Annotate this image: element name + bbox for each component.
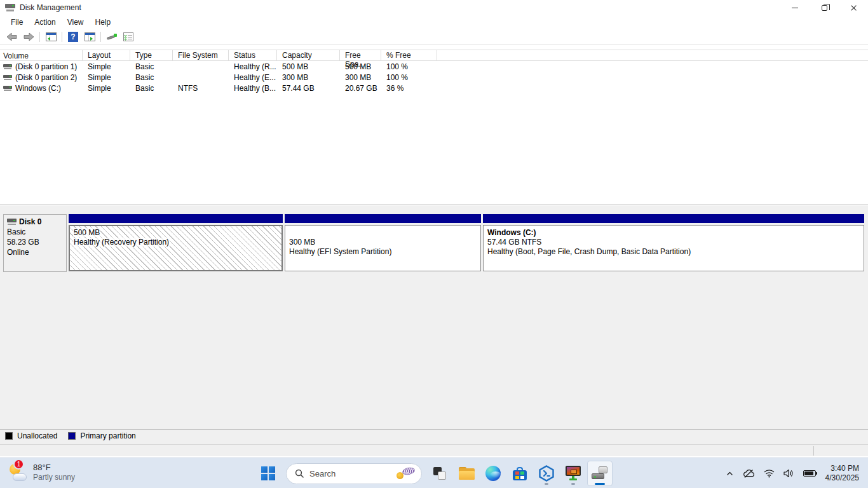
column-header-layout[interactable]: Layout — [83, 50, 130, 60]
column-header-free-space[interactable]: Free Spa... — [340, 50, 381, 60]
volume-list-header: Volume Layout Type File System Status Ca… — [0, 50, 868, 61]
terminal-hexagon-button[interactable] — [534, 461, 559, 486]
volume-button[interactable] — [779, 461, 799, 486]
forward-button[interactable] — [21, 30, 36, 44]
close-button[interactable] — [839, 0, 868, 15]
action-pane-icon — [85, 32, 95, 41]
chevron-up-icon — [726, 470, 734, 478]
volume-name: Windows (C:) — [15, 84, 61, 93]
volume-row-partition1[interactable]: (Disk 0 partition 1) Simple Basic Health… — [0, 61, 868, 72]
clock-date: 4/30/2025 — [825, 473, 859, 483]
restore-icon — [822, 5, 827, 11]
widgets-weather-button[interactable]: 1 88°F Partly sunny — [6, 461, 75, 483]
speaker-icon — [783, 469, 794, 478]
back-button[interactable] — [4, 30, 20, 44]
battery-icon — [803, 470, 816, 477]
vm-monitor-button[interactable] — [560, 461, 586, 486]
volume-cell: Windows (C:) — [0, 84, 83, 93]
weather-icon: 1 — [6, 461, 28, 483]
help-icon: ? — [68, 32, 78, 42]
toolbar-separator — [39, 32, 40, 42]
show-action-pane-button[interactable] — [82, 30, 97, 44]
disk-icon — [7, 219, 17, 225]
show-console-tree-button[interactable] — [43, 30, 58, 44]
column-header-file-system[interactable]: File System — [173, 50, 229, 60]
capacity-cell: 57.44 GB — [277, 84, 340, 93]
menu-action[interactable]: Action — [29, 17, 61, 28]
unallocated-label: Unallocated — [17, 431, 57, 440]
volume-list: (Disk 0 partition 1) Simple Basic Health… — [0, 61, 868, 93]
tray-overflow-button[interactable] — [721, 461, 738, 486]
capacity-cell: 500 MB — [277, 62, 340, 71]
microsoft-store-button[interactable] — [507, 461, 532, 486]
partition-size: 57.44 GB NTFS — [487, 238, 860, 247]
disk-size: 58.23 GB — [7, 238, 63, 247]
clock-button[interactable]: 3:40 PM 4/30/2025 — [820, 464, 868, 483]
disk-management-icon — [592, 466, 608, 480]
status-cell: Healthy (R... — [229, 62, 277, 71]
legend-bar: Unallocated Primary partition — [0, 429, 868, 442]
start-button[interactable] — [255, 461, 281, 486]
volume-row-partition2[interactable]: (Disk 0 partition 2) Simple Basic Health… — [0, 72, 868, 83]
volume-cell: (Disk 0 partition 1) — [0, 62, 83, 71]
capacity-cell: 300 MB — [277, 73, 340, 82]
status-bar-divider — [813, 446, 814, 456]
primary-partition-label: Primary partition — [80, 431, 135, 440]
wand-icon — [106, 32, 118, 41]
edge-button[interactable] — [480, 461, 506, 486]
disk-management-taskbar-button[interactable] — [587, 461, 613, 486]
partition-efi[interactable]: 300 MB Healthy (EFI System Partition) — [285, 214, 481, 272]
search-placeholder: Search — [309, 469, 396, 478]
column-header-status[interactable]: Status — [229, 50, 277, 60]
partition-size: 500 MB — [73, 228, 278, 238]
free-space-cell: 500 MB — [340, 62, 381, 71]
folder-icon — [459, 467, 475, 480]
menu-file[interactable]: File — [5, 17, 29, 28]
checklist-tool-button[interactable] — [121, 30, 136, 44]
partition-status: Healthy (EFI System Partition) — [289, 247, 477, 257]
task-view-button[interactable] — [427, 461, 452, 486]
primary-partition-swatch — [68, 432, 76, 440]
column-header-capacity[interactable]: Capacity — [277, 50, 340, 60]
layout-cell: Simple — [83, 73, 130, 82]
battery-button[interactable] — [799, 461, 820, 486]
clock-time: 3:40 PM — [825, 464, 859, 473]
wifi-icon — [764, 469, 775, 478]
minimize-button[interactable] — [780, 0, 810, 15]
free-space-cell: 20.67 GB — [340, 84, 381, 93]
help-button[interactable]: ? — [65, 30, 81, 44]
status-cell: Healthy (B... — [229, 84, 277, 93]
column-header-type[interactable]: Type — [130, 50, 173, 60]
network-button[interactable] — [759, 461, 779, 486]
onedrive-button[interactable] — [738, 461, 759, 486]
menu-help[interactable]: Help — [90, 17, 117, 28]
wand-tool-button[interactable] — [104, 30, 119, 44]
partition-recovery[interactable]: 500 MB Healthy (Recovery Partition) — [69, 214, 283, 272]
title-bar: Disk Management — [0, 0, 868, 15]
partition-windows-c[interactable]: Windows (C:) 57.44 GB NTFS Healthy (Boot… — [483, 214, 864, 272]
disk-status: Online — [7, 248, 63, 257]
window-title: Disk Management — [20, 3, 81, 12]
type-cell: Basic — [130, 73, 173, 82]
volume-disk-icon — [3, 74, 12, 80]
task-view-icon — [433, 466, 447, 480]
windows-logo-icon — [261, 466, 275, 480]
taskbar: 1 88°F Partly sunny Search — [0, 458, 868, 488]
column-header-volume[interactable]: Volume — [0, 50, 83, 60]
forward-arrow-icon — [23, 32, 34, 42]
disk0-info-panel[interactable]: Disk 0 Basic 58.23 GB Online — [3, 214, 67, 272]
file-explorer-button[interactable] — [454, 461, 479, 486]
column-header-pct-free[interactable]: % Free — [381, 50, 437, 60]
edge-icon — [485, 466, 501, 481]
volume-disk-icon — [3, 85, 12, 91]
menu-view[interactable]: View — [62, 17, 90, 28]
monitor-icon — [565, 466, 581, 481]
store-icon — [513, 467, 527, 480]
cloud-icon — [13, 473, 27, 481]
toolbar-separator — [100, 32, 101, 42]
disk-name: Disk 0 — [19, 217, 41, 226]
restore-button[interactable] — [810, 0, 839, 15]
search-box[interactable]: Search — [286, 463, 422, 484]
volume-row-windows-c[interactable]: Windows (C:) Simple Basic NTFS Healthy (… — [0, 83, 868, 93]
partition-status: Healthy (Boot, Page File, Crash Dump, Ba… — [487, 247, 860, 257]
